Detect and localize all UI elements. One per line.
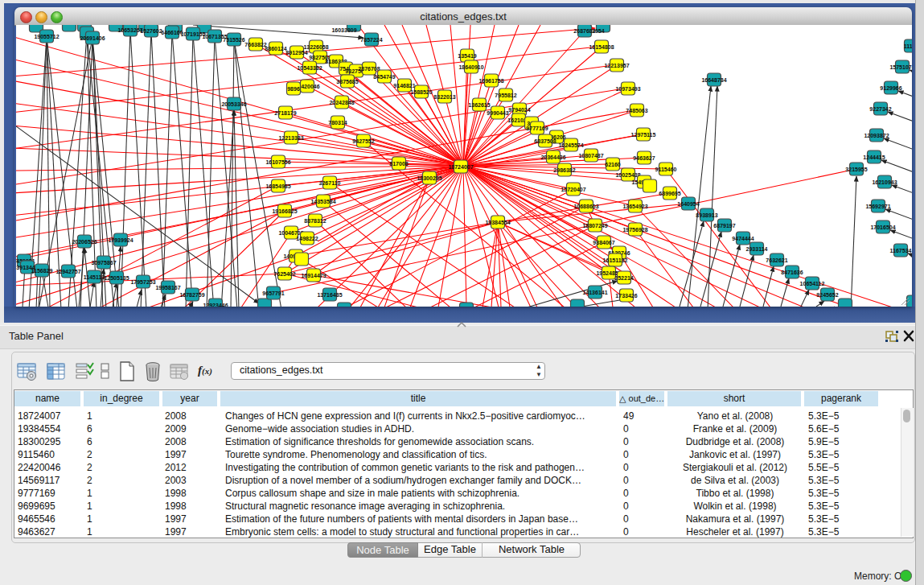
svg-text:9657791: 9657791 [262, 290, 284, 296]
svg-text:14136141: 14136141 [582, 290, 607, 295]
svg-text:17957253: 17957253 [130, 279, 155, 285]
svg-text:10973493: 10973493 [615, 86, 640, 92]
svg-text:13226058: 13226058 [303, 44, 328, 50]
svg-text:2687682: 2687682 [573, 28, 595, 34]
svg-text:16245574: 16245574 [558, 142, 583, 148]
svg-text:2986382: 2986382 [553, 167, 575, 173]
svg-text:1167534: 1167534 [890, 248, 912, 253]
svg-text:7485063: 7485063 [626, 108, 647, 113]
svg-text:9777169: 9777169 [526, 126, 548, 131]
svg-text:8322013: 8322013 [433, 94, 455, 100]
svg-text:12213383: 12213383 [278, 135, 303, 141]
svg-text:19166825: 19166825 [272, 208, 297, 214]
svg-text:9896: 9896 [287, 86, 300, 92]
svg-text:20206526: 20206526 [72, 239, 97, 245]
svg-text:8878312: 8878312 [304, 218, 326, 224]
svg-text:252214: 252214 [614, 275, 633, 281]
svg-text:13654923: 13654923 [622, 204, 647, 209]
svg-text:12213957: 12213957 [604, 63, 629, 68]
svg-text:17939924: 17939924 [108, 237, 133, 243]
svg-text:7632621: 7632621 [766, 257, 787, 263]
svg-text:3267110: 3267110 [319, 180, 341, 186]
svg-text:780314: 780314 [328, 120, 347, 126]
svg-text:16033809: 16033809 [331, 27, 356, 33]
svg-text:8471636: 8471636 [781, 270, 803, 275]
svg-text:2933114: 2933114 [746, 246, 768, 252]
svg-text:16154808: 16154808 [589, 44, 614, 50]
svg-text:20242848: 20242848 [329, 100, 354, 105]
svg-text:19384554: 19384554 [485, 220, 510, 225]
svg-text:30975867: 30975867 [91, 260, 116, 266]
svg-text:9794024: 9794024 [508, 107, 530, 113]
svg-text:10025438: 10025438 [615, 172, 640, 178]
svg-text:2876708: 2876708 [358, 66, 380, 72]
svg-text:18807249: 18807249 [582, 223, 607, 229]
svg-text:15720407: 15720407 [561, 187, 585, 192]
svg-text:9146821: 9146821 [393, 83, 415, 89]
svg-text:7663822: 7663822 [244, 42, 266, 47]
svg-text:16961758: 16961758 [478, 78, 503, 84]
svg-text:9115460: 9115460 [655, 167, 677, 172]
svg-text:9129966: 9129966 [880, 85, 901, 91]
svg-text:62160: 62160 [605, 162, 621, 167]
svg-text:3875685: 3875685 [336, 79, 358, 84]
svg-text:1640954: 1640954 [677, 201, 699, 207]
svg-text:14353584: 14353584 [310, 199, 335, 204]
svg-text:18300295: 18300295 [417, 175, 441, 181]
svg-text:7625402: 7625402 [273, 271, 295, 277]
svg-text:2718179: 2718179 [274, 110, 296, 116]
svg-text:8454749: 8454749 [373, 74, 395, 80]
svg-text:16151132: 16151132 [603, 257, 628, 263]
svg-text:18640910: 18640910 [458, 64, 483, 70]
svg-text:9990443: 9990443 [487, 110, 508, 116]
svg-text:15751074: 15751074 [889, 64, 912, 70]
svg-text:1145113: 1145113 [84, 274, 105, 280]
svg-text:9474444: 9474444 [732, 236, 754, 241]
svg-text:8912954: 8912954 [285, 50, 307, 56]
svg-text:6879197: 6879197 [713, 223, 735, 229]
svg-text:9384067: 9384067 [593, 240, 614, 245]
svg-text:10543382: 10543382 [297, 65, 322, 71]
svg-text:7857224: 7857224 [360, 37, 382, 43]
svg-text:8860124: 8860124 [265, 46, 286, 51]
svg-text:16107556: 16107556 [265, 159, 290, 165]
svg-text:9245652: 9245652 [816, 292, 838, 298]
svg-text:17016504: 17016504 [870, 225, 895, 230]
svg-text:9463627: 9463627 [633, 155, 655, 161]
svg-text:19055712: 19055712 [34, 34, 59, 39]
svg-text:6837508: 6837508 [534, 138, 556, 144]
svg-text:19958167: 19958167 [155, 285, 180, 290]
svg-text:1588520: 1588520 [410, 89, 432, 95]
svg-text:7515526: 7515526 [223, 37, 244, 43]
svg-text:16210943: 16210943 [872, 179, 897, 185]
svg-text:12093872: 12093872 [864, 133, 889, 138]
svg-text:7955812: 7955812 [495, 93, 516, 98]
svg-text:12942757: 12942757 [55, 269, 80, 274]
svg-text:10688603: 10688603 [573, 204, 598, 209]
svg-text:6899695: 6899695 [659, 191, 680, 196]
svg-text:16914479: 16914479 [301, 273, 326, 278]
svg-text:1362615: 1362615 [468, 102, 490, 108]
svg-text:8938913: 8938913 [696, 212, 717, 218]
svg-text:20053346: 20053346 [221, 101, 246, 107]
svg-text:15692971: 15692971 [865, 204, 890, 209]
svg-text:10653267: 10653267 [117, 27, 142, 33]
svg-text:18724007: 18724007 [448, 164, 473, 170]
svg-text:16648784: 16648784 [701, 77, 726, 83]
svg-text:20364436: 20364436 [540, 154, 565, 160]
svg-text:12975115: 12975115 [631, 132, 656, 138]
svg-text:20691406: 20691406 [80, 35, 105, 41]
svg-text:10807487: 10807487 [578, 153, 603, 159]
svg-text:817008: 817008 [389, 161, 408, 167]
svg-text:1527602: 1527602 [140, 28, 162, 34]
svg-text:13716485: 13716485 [317, 292, 342, 298]
svg-text:16854985: 16854985 [265, 183, 290, 189]
svg-text:3215955: 3215955 [845, 167, 867, 172]
svg-text:12923446: 12923446 [203, 303, 228, 307]
svg-text:9227342: 9227342 [869, 106, 891, 112]
svg-text:9427552: 9427552 [352, 138, 374, 144]
svg-text:1733426: 1733426 [615, 293, 637, 299]
svg-text:12505135: 12505135 [104, 275, 129, 281]
svg-text:135419: 135419 [458, 53, 476, 59]
svg-text:1498222: 1498222 [296, 236, 318, 241]
